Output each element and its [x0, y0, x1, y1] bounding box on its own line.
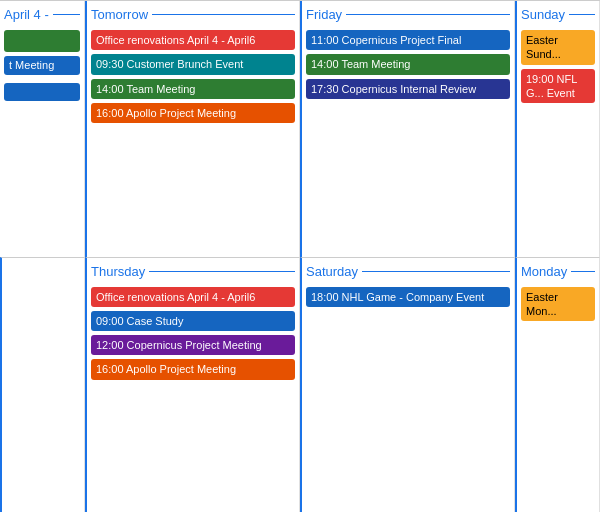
event-office-renovations-thursday[interactable]: Office renovations April 4 - April6	[91, 287, 295, 307]
day-header-label: Thursday	[91, 264, 145, 279]
day-col-friday: Friday 11:00 Copernicus Project Final 14…	[300, 1, 515, 257]
event-item[interactable]	[4, 30, 80, 52]
event-easter-monday[interactable]: Easter Mon...	[521, 287, 595, 322]
day-header-label: April 4 -	[4, 7, 49, 22]
day-header-saturday: Saturday	[306, 264, 510, 279]
day-header-monday: Monday	[521, 264, 595, 279]
event-copernicus-review[interactable]: 17:30 Copernicus Internal Review	[306, 79, 510, 99]
event-easter-sunday[interactable]: Easter Sund...	[521, 30, 595, 65]
day-header-label: Saturday	[306, 264, 358, 279]
event-nhl-game[interactable]: 18:00 NHL Game - Company Event	[306, 287, 510, 307]
event-copernicus-final[interactable]: 11:00 Copernicus Project Final	[306, 30, 510, 50]
event-item[interactable]: t Meeting	[4, 56, 80, 75]
event-item[interactable]	[4, 83, 80, 101]
event-team-meeting-friday[interactable]: 14:00 Team Meeting	[306, 54, 510, 74]
event-apollo-tomorrow[interactable]: 16:00 Apollo Project Meeting	[91, 103, 295, 123]
day-header-thursday: Thursday	[91, 264, 295, 279]
event-team-meeting-tomorrow[interactable]: 14:00 Team Meeting	[91, 79, 295, 99]
event-nfl[interactable]: 19:00 NFL G... Event	[521, 69, 595, 104]
event-customer-brunch[interactable]: 09:30 Customer Brunch Event	[91, 54, 295, 74]
event-office-renovations-tomorrow[interactable]: Office renovations April 4 - April6	[91, 30, 295, 50]
day-col-thursday: Thursday Office renovations April 4 - Ap…	[85, 257, 300, 513]
day-header-tomorrow: Tomorrow	[91, 7, 295, 22]
event-case-study[interactable]: 09:00 Case Study	[91, 311, 295, 331]
day-header-label: Friday	[306, 7, 342, 22]
day-header-sunday: Sunday	[521, 7, 595, 22]
day-header-april4: April 4 -	[4, 7, 80, 22]
day-col-tomorrow: Tomorrow Office renovations April 4 - Ap…	[85, 1, 300, 257]
day-header-label: Monday	[521, 264, 567, 279]
day-header-friday: Friday	[306, 7, 510, 22]
day-col-april4-bottom	[0, 257, 85, 513]
day-header-label: Tomorrow	[91, 7, 148, 22]
event-copernicus-meeting[interactable]: 12:00 Copernicus Project Meeting	[91, 335, 295, 355]
day-col-monday: Monday Easter Mon...	[515, 257, 600, 513]
event-apollo-thursday[interactable]: 16:00 Apollo Project Meeting	[91, 359, 295, 379]
day-col-april4: April 4 - t Meeting	[0, 1, 85, 257]
day-col-sunday: Sunday Easter Sund... 19:00 NFL G... Eve…	[515, 1, 600, 257]
calendar-grid: April 4 - t Meeting Tomorrow Office reno…	[0, 0, 600, 512]
day-col-saturday: Saturday 18:00 NHL Game - Company Event	[300, 257, 515, 513]
day-header-label: Sunday	[521, 7, 565, 22]
